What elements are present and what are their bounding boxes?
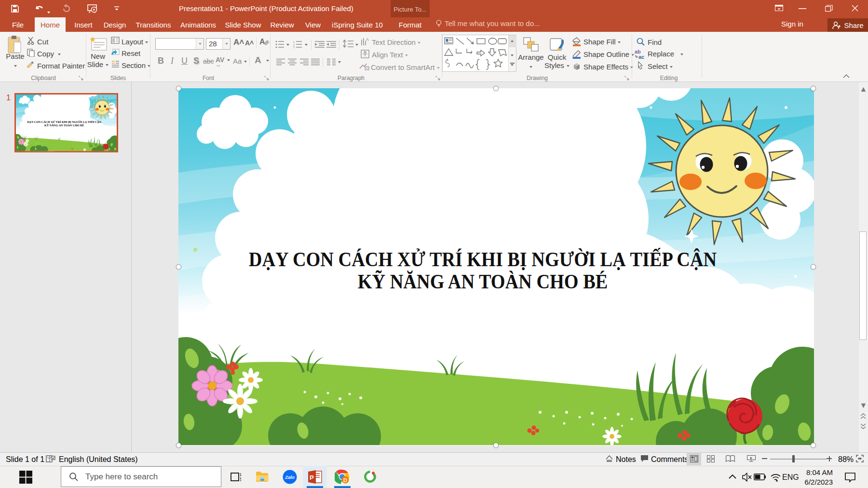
svg-text:D: D <box>343 477 347 483</box>
svg-text:ac: ac <box>638 54 644 59</box>
svg-text:P: P <box>310 474 314 481</box>
svg-text:3: 3 <box>293 46 295 48</box>
svg-text:A: A <box>366 37 369 42</box>
svg-text:Zalo: Zalo <box>285 474 295 480</box>
